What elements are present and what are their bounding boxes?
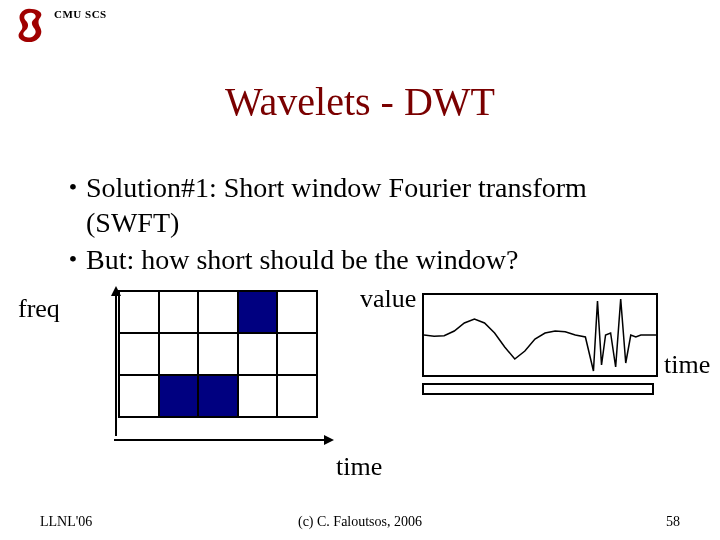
grid-cell-filled <box>198 375 238 417</box>
bullet-item: • Solution#1: Short window Fourier trans… <box>60 170 680 240</box>
bullet-text: But: how short should be the window? <box>86 242 680 277</box>
grid-cell-filled <box>159 375 199 417</box>
bullet-dot-icon: • <box>60 170 86 204</box>
org-label: CMU SCS <box>54 8 107 20</box>
slide-header: CMU SCS <box>10 6 107 44</box>
footer-center: (c) C. Faloutsos, 2006 <box>0 514 720 530</box>
bullet-dot-icon: • <box>60 242 86 276</box>
bullet-text: Solution#1: Short window Fourier transfo… <box>86 170 680 240</box>
grid-time-axis-label: time <box>336 452 382 482</box>
time-series-plot <box>422 293 658 377</box>
value-axis-label: value <box>360 284 416 314</box>
grid-cell-filled <box>238 291 278 333</box>
time-freq-grid <box>118 290 318 410</box>
bullet-item: • But: how short should be the window? <box>60 242 680 277</box>
time-series-caption-strip <box>422 383 654 395</box>
wave-time-axis-label: time <box>664 350 710 380</box>
freq-axis-label: freq <box>18 294 60 324</box>
slide-title: Wavelets - DWT <box>0 78 720 125</box>
grid-x-axis-icon <box>114 434 334 446</box>
cmu-scs-logo <box>10 6 48 44</box>
svg-marker-3 <box>324 435 334 445</box>
slide-footer: LLNL'06 (c) C. Faloutsos, 2006 58 <box>0 514 720 530</box>
bullet-list: • Solution#1: Short window Fourier trans… <box>60 170 680 279</box>
